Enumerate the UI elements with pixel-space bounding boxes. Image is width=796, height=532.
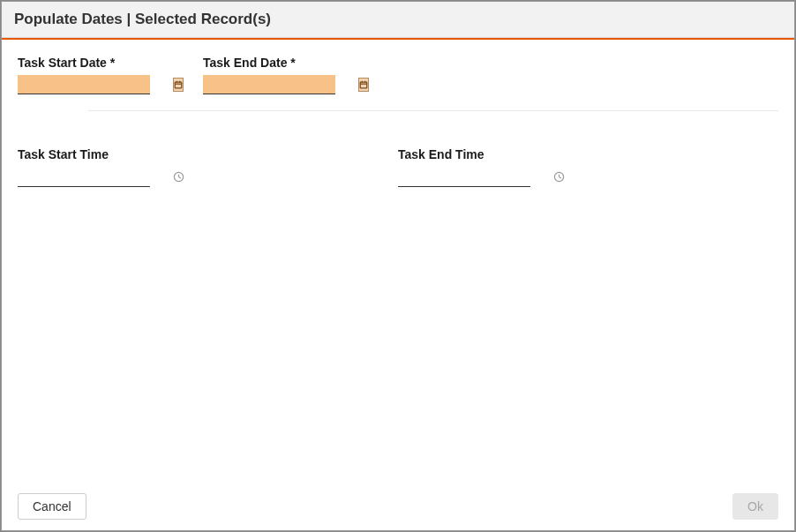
clock-icon[interactable] bbox=[553, 170, 565, 184]
task-start-time-label: Task Start Time bbox=[18, 147, 109, 161]
task-start-time-input[interactable] bbox=[18, 169, 173, 185]
dialog-title: Populate Dates | Selected Record(s) bbox=[2, 2, 794, 38]
task-end-date-group: Task End Date * bbox=[203, 56, 335, 94]
svg-line-10 bbox=[179, 177, 181, 178]
task-start-date-group: Task Start Date * bbox=[18, 56, 150, 94]
svg-rect-4 bbox=[360, 82, 367, 88]
populate-dates-dialog: Populate Dates | Selected Record(s) Task… bbox=[1, 1, 795, 531]
cancel-button[interactable]: Cancel bbox=[18, 493, 86, 520]
task-end-time-input[interactable] bbox=[398, 169, 553, 185]
times-row: Task Start Time Task End Time bbox=[18, 146, 778, 187]
task-end-time-field[interactable] bbox=[398, 168, 530, 187]
calendar-icon[interactable] bbox=[358, 78, 369, 92]
task-start-time-field[interactable] bbox=[18, 168, 150, 187]
task-start-date-label: Task Start Date * bbox=[18, 56, 150, 70]
task-start-date-field[interactable] bbox=[18, 75, 150, 94]
task-start-time-group: Task Start Time bbox=[18, 146, 398, 187]
clock-icon[interactable] bbox=[173, 170, 184, 184]
task-end-time-label: Task End Time bbox=[398, 147, 484, 161]
ok-button[interactable]: Ok bbox=[732, 493, 778, 520]
task-end-date-label: Task End Date * bbox=[203, 56, 335, 70]
section-divider bbox=[88, 110, 778, 111]
svg-line-13 bbox=[559, 177, 561, 178]
task-end-date-field[interactable] bbox=[203, 75, 335, 94]
task-end-date-input[interactable] bbox=[203, 76, 358, 93]
dialog-footer: Cancel Ok bbox=[2, 483, 794, 530]
dialog-body: Task Start Date * Task End Date * bbox=[2, 40, 794, 483]
svg-rect-0 bbox=[175, 82, 182, 88]
task-start-date-input[interactable] bbox=[18, 76, 173, 93]
calendar-icon[interactable] bbox=[173, 78, 184, 92]
task-end-time-group: Task End Time bbox=[398, 146, 778, 187]
dates-row: Task Start Date * Task End Date * bbox=[18, 56, 778, 94]
